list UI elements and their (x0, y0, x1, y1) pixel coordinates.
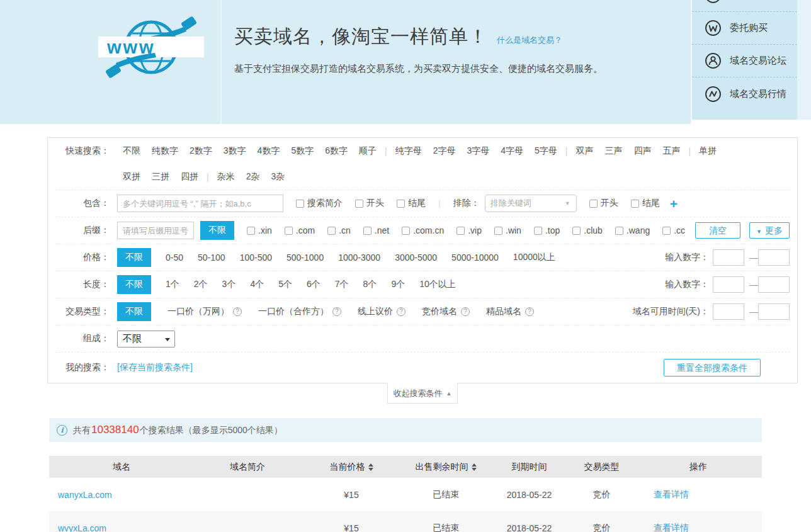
days-max-input[interactable] (758, 303, 790, 320)
sort-icon[interactable] (368, 463, 373, 471)
quick-search-option[interactable]: 5数字 (291, 145, 314, 157)
checkbox-icon[interactable] (589, 200, 598, 208)
compose-select[interactable]: 不限 (117, 331, 175, 348)
checkbox-icon[interactable] (494, 227, 502, 235)
trade-type-option[interactable]: 线上议价 ? (358, 306, 406, 317)
price-max-input[interactable] (758, 249, 790, 266)
price-option[interactable]: 500-1000 (286, 252, 324, 263)
length-option[interactable]: 1个 (166, 279, 179, 290)
what-is-domain-trade-link[interactable]: 什么是域名交易？ (497, 35, 562, 46)
quick-search-option[interactable]: 双声 (576, 145, 593, 157)
quick-search-option[interactable]: 顺子 (359, 145, 377, 157)
price-option[interactable]: 0-50 (166, 252, 183, 263)
contains-checkbox[interactable]: 搜索简介 (296, 198, 343, 209)
checkbox-icon[interactable] (631, 200, 639, 208)
quick-search-option[interactable]: 四拼 (181, 171, 198, 183)
quick-search-option[interactable]: 3字母 (467, 145, 489, 157)
quick-search-option[interactable]: 双拼 (123, 171, 140, 183)
column-header[interactable]: 当前价格 (301, 456, 402, 478)
checkbox-icon[interactable] (285, 227, 293, 235)
price-option[interactable]: 不限 (117, 248, 151, 267)
more-suffix-button[interactable]: ▼更多 (749, 222, 790, 239)
length-option[interactable]: 2个 (194, 279, 208, 290)
suffix-checkbox[interactable]: .xin (247, 225, 272, 235)
checkbox-icon[interactable] (355, 200, 363, 208)
exclude-checkbox[interactable]: 开头 (589, 198, 618, 209)
help-icon[interactable]: ? (332, 307, 341, 316)
contains-checkbox[interactable]: 结尾 (397, 198, 426, 209)
length-option[interactable]: 9个 (391, 279, 405, 290)
help-icon[interactable]: ? (397, 307, 406, 316)
trade-type-option[interactable]: 一口价（万网） ? (167, 306, 242, 317)
suffix-checkbox[interactable]: .com.cn (402, 225, 444, 235)
contains-input[interactable] (117, 195, 283, 212)
checkbox-icon[interactable] (534, 227, 542, 235)
checkbox-icon[interactable] (402, 227, 410, 235)
quick-search-option[interactable]: 4数字 (258, 145, 280, 157)
reset-all-filters-button[interactable]: 重置全部搜索条件 (664, 359, 761, 376)
days-min-input[interactable] (713, 303, 744, 320)
contains-checkbox[interactable]: 开头 (355, 198, 384, 209)
clear-suffix-button[interactable]: 清空 (695, 222, 740, 239)
quick-search-option[interactable]: 单拼 (699, 145, 717, 157)
sidebar-item-market[interactable]: 域名交易行情 (692, 77, 797, 110)
column-header[interactable]: 交易类型 (569, 456, 635, 478)
quick-search-option[interactable]: 三声 (604, 145, 622, 157)
suffix-any-button[interactable]: 不限 (200, 221, 234, 240)
suffix-input[interactable] (117, 222, 194, 239)
view-detail-link[interactable]: 查看详情 (654, 489, 689, 499)
sidebar-item-partial[interactable] (692, 0, 797, 12)
quick-search-option[interactable]: 3杂 (271, 171, 285, 183)
suffix-checkbox[interactable]: .net (363, 225, 389, 235)
price-option[interactable]: 3000-5000 (395, 252, 437, 263)
checkbox-icon[interactable] (457, 227, 465, 235)
checkbox-icon[interactable] (662, 227, 671, 235)
suffix-checkbox[interactable]: .com (285, 225, 315, 235)
sort-icon[interactable] (472, 463, 477, 471)
trade-type-option[interactable]: 不限 ? (117, 302, 151, 321)
length-min-input[interactable] (713, 276, 744, 293)
suffix-checkbox[interactable]: .cc (662, 225, 685, 235)
price-option[interactable]: 1000-3000 (338, 252, 380, 263)
length-max-input[interactable] (758, 276, 790, 293)
checkbox-icon[interactable] (572, 227, 581, 235)
exclude-select[interactable]: 排除关键词 ▼ (485, 195, 577, 212)
help-icon[interactable]: ? (461, 307, 470, 316)
suffix-checkbox[interactable]: .club (572, 225, 603, 235)
price-option[interactable]: 5000-10000 (451, 252, 499, 263)
length-option[interactable]: 10个以上 (419, 279, 456, 290)
price-option[interactable]: 10000以上 (513, 252, 555, 263)
domain-link[interactable]: wvyxLa.com (58, 523, 106, 532)
suffix-checkbox[interactable]: .win (494, 225, 521, 235)
quick-search-option[interactable]: 杂米 (217, 171, 235, 183)
quick-search-option[interactable]: 不限 (123, 145, 140, 157)
quick-search-option[interactable]: 2杂 (246, 171, 260, 183)
price-min-input[interactable] (713, 249, 744, 266)
checkbox-icon[interactable] (615, 227, 623, 235)
exclude-checkbox[interactable]: 结尾 (631, 198, 660, 209)
help-icon[interactable]: ? (233, 307, 242, 316)
suffix-checkbox[interactable]: .wang (615, 225, 650, 235)
quick-search-option[interactable]: 四声 (633, 145, 651, 157)
collapse-filters-button[interactable]: 收起搜索条件 ▲ (387, 383, 458, 404)
column-header[interactable]: 出售剩余时间 (402, 456, 490, 478)
trade-type-option[interactable]: 一口价（合作方） ? (258, 306, 341, 317)
quick-search-option[interactable]: 3数字 (224, 145, 246, 157)
checkbox-icon[interactable] (327, 227, 336, 235)
checkbox-icon[interactable] (397, 200, 405, 208)
quick-search-option[interactable]: 5字母 (535, 145, 557, 157)
checkbox-icon[interactable] (247, 227, 255, 235)
length-option[interactable]: 8个 (363, 279, 377, 290)
help-icon[interactable]: ? (525, 307, 534, 316)
sidebar-item-forum[interactable]: 域名交易论坛 (692, 45, 797, 77)
quick-search-option[interactable]: 三拼 (152, 171, 169, 183)
column-header[interactable]: 到期时间 (490, 456, 569, 478)
checkbox-icon[interactable] (296, 200, 304, 208)
quick-search-option[interactable]: 纯字母 (395, 145, 422, 157)
quick-search-option[interactable]: 4字母 (501, 145, 523, 157)
quick-search-option[interactable]: 6数字 (325, 145, 348, 157)
price-option[interactable]: 50-100 (198, 252, 225, 263)
suffix-checkbox[interactable]: .vip (457, 225, 482, 235)
trade-type-option[interactable]: 竞价域名 ? (422, 306, 470, 317)
length-option[interactable]: 5个 (278, 279, 292, 290)
